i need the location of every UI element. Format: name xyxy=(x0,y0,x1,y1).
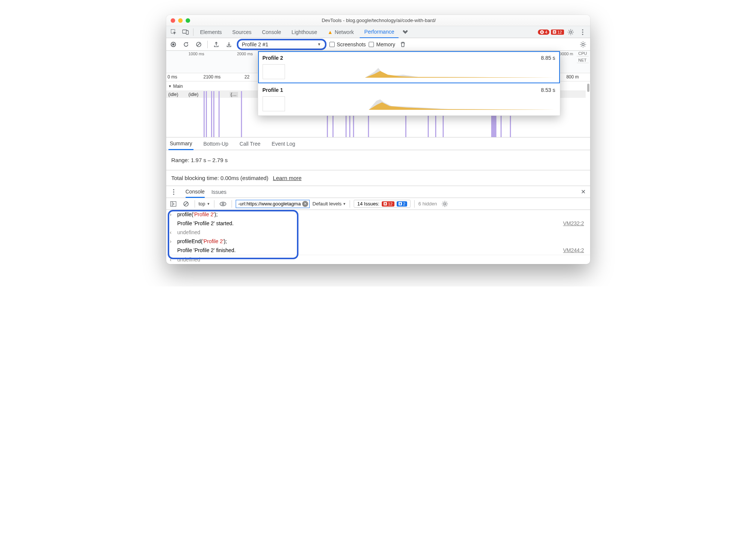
trash-icon[interactable] xyxy=(398,40,408,49)
record-icon[interactable] xyxy=(168,40,178,49)
tab-elements[interactable]: Elements xyxy=(196,26,226,38)
panel-settings-gear-icon[interactable] xyxy=(578,40,588,49)
filter-clear-icon[interactable]: ✕ xyxy=(302,201,308,207)
divider xyxy=(195,200,195,208)
divider xyxy=(350,200,350,208)
error-square-badge[interactable]: 12 xyxy=(551,30,564,35)
svg-point-7 xyxy=(582,31,583,32)
console-settings-gear-icon[interactable] xyxy=(440,199,450,209)
context-value: top xyxy=(199,201,205,207)
profile-item-name: Profile 2 xyxy=(263,55,283,61)
console-filter-input[interactable] xyxy=(236,200,310,208)
reload-icon[interactable] xyxy=(181,40,191,49)
svg-point-10 xyxy=(172,43,174,46)
main-thread-header[interactable]: ▼ Main xyxy=(168,84,183,89)
drawer-kebab-icon[interactable] xyxy=(168,187,179,197)
svg-point-15 xyxy=(173,191,174,192)
kebab-menu-icon[interactable] xyxy=(577,27,588,37)
svg-line-12 xyxy=(197,43,200,46)
checkbox-icon xyxy=(329,42,335,47)
blocking-row: Total blocking time: 0.00ms (estimated) … xyxy=(166,170,590,186)
console-input-line[interactable]: › profileEnd('Profile 2'); xyxy=(166,237,590,246)
flamegraph-scrollbar[interactable] xyxy=(586,81,589,137)
svg-point-26 xyxy=(444,203,446,205)
profile-item-time: 8.85 s xyxy=(541,55,555,61)
input-prompt-icon: › xyxy=(170,238,174,244)
ruler-tick: 22 xyxy=(245,74,250,80)
profile-sparkline xyxy=(289,97,555,111)
console-sidebar-toggle-icon[interactable] xyxy=(168,199,178,209)
net-label: NET xyxy=(577,58,588,63)
close-window-button[interactable] xyxy=(171,18,175,23)
log-text: Profile 'Profile 2' finished. xyxy=(177,247,560,253)
collapse-triangle-icon: ▼ xyxy=(168,84,172,88)
input-prompt-icon: › xyxy=(170,211,174,217)
screenshots-checkbox[interactable]: Screenshots xyxy=(329,41,366,47)
console-clear-icon[interactable] xyxy=(181,199,191,209)
inspect-icon[interactable] xyxy=(168,27,179,37)
drawer-tab-issues[interactable]: Issues xyxy=(211,186,226,198)
subtab-bottom-up[interactable]: Bottom-Up xyxy=(202,137,230,150)
svg-point-8 xyxy=(582,34,583,35)
device-toggle-icon[interactable] xyxy=(180,27,191,37)
ruler-tick: 2100 ms xyxy=(204,74,221,80)
issues-button[interactable]: 14 Issues: 12 2 xyxy=(354,200,410,208)
memory-checkbox[interactable]: Memory xyxy=(369,41,395,47)
settings-gear-icon[interactable] xyxy=(566,27,576,37)
profile-select-dropdown[interactable]: Profile 2 #1 xyxy=(237,39,326,50)
ruler-tick: 800 m xyxy=(566,74,579,80)
tab-lighthouse[interactable]: Lighthouse xyxy=(287,26,322,38)
divider xyxy=(414,200,415,208)
download-icon[interactable] xyxy=(224,40,234,49)
return-prompt-icon: ‹ xyxy=(170,229,174,235)
profile-dropdown-list: Profile 2 8.85 s Profile 1 8.53 xyxy=(258,51,560,116)
tab-network[interactable]: ▲ Network xyxy=(323,26,358,38)
upload-icon[interactable] xyxy=(211,40,221,49)
main-thread-label: Main xyxy=(173,84,183,89)
log-levels-dropdown[interactable]: Default levels ▼ xyxy=(313,201,346,207)
clear-icon[interactable] xyxy=(194,40,204,49)
divider xyxy=(193,28,193,36)
profile-item-name: Profile 1 xyxy=(263,87,283,93)
error-count-badge[interactable]: 4 xyxy=(538,30,549,35)
minimize-window-button[interactable] xyxy=(178,18,183,23)
svg-point-5 xyxy=(570,31,572,33)
live-expression-icon[interactable] xyxy=(218,199,228,209)
learn-more-link[interactable]: Learn more xyxy=(273,175,302,181)
maximize-window-button[interactable] xyxy=(186,18,190,23)
warning-icon: ▲ xyxy=(328,29,333,35)
error-count: 4 xyxy=(545,30,547,34)
idle-label: (idle) xyxy=(168,92,179,97)
tab-network-label: Network xyxy=(335,29,354,35)
return-value: undefined xyxy=(177,257,586,263)
performance-toolbar: Profile 2 #1 Screenshots Memory Profile … xyxy=(166,38,590,51)
profile-dropdown-item[interactable]: Profile 2 8.85 s xyxy=(258,51,560,83)
source-link[interactable]: VM244:2 xyxy=(563,247,586,253)
tab-performance[interactable]: Performance xyxy=(360,26,399,38)
drawer-tab-console[interactable]: Console xyxy=(186,186,205,198)
thumbnail-icon xyxy=(263,64,285,79)
divider xyxy=(214,200,214,208)
console-output: › profile('Profile 2'); Profile 'Profile… xyxy=(166,210,590,264)
svg-rect-17 xyxy=(170,201,176,206)
scrollbar-thumb[interactable] xyxy=(587,84,589,92)
svg-point-16 xyxy=(173,193,174,195)
error-square-count: 12 xyxy=(557,30,562,34)
subtab-event-log[interactable]: Event Log xyxy=(270,137,297,150)
ruler-tick: 0 ms xyxy=(168,74,177,80)
subtab-call-tree[interactable]: Call Tree xyxy=(238,137,262,150)
tab-sources[interactable]: Sources xyxy=(228,26,256,38)
console-log-line: Profile 'Profile 2' started. VM232:2 xyxy=(166,219,590,228)
console-return-line: ‹ undefined xyxy=(166,255,590,264)
svg-rect-2 xyxy=(186,31,188,34)
more-tabs-icon[interactable] xyxy=(400,27,410,37)
console-input-line[interactable]: › profile('Profile 2'); xyxy=(166,210,590,219)
subtab-summary[interactable]: Summary xyxy=(168,137,194,150)
overview-tick: 9000 m xyxy=(560,52,573,56)
profile-dropdown-item[interactable]: Profile 1 8.53 s xyxy=(258,83,560,115)
source-link[interactable]: VM232:2 xyxy=(563,220,586,226)
context-selector[interactable]: top ▼ xyxy=(199,201,210,207)
checkbox-icon xyxy=(369,42,374,47)
tab-console[interactable]: Console xyxy=(257,26,285,38)
drawer-close-icon[interactable]: ✕ xyxy=(579,188,588,195)
